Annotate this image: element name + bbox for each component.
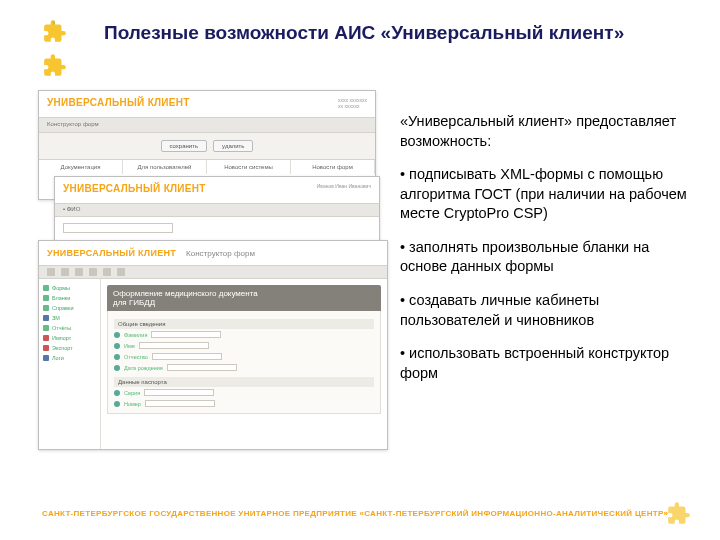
tab[interactable]: Новости форм: [291, 160, 375, 174]
app-brand: УНИВЕРСАЛЬНЫЙ КЛИЕНТ: [47, 97, 190, 111]
subheader: Конструктор форм: [39, 117, 375, 133]
field-body: [55, 217, 379, 239]
sidebar-item[interactable]: Импорт: [43, 333, 96, 343]
form-field[interactable]: Имя: [114, 340, 374, 351]
header-meta: Иванов Иван Иванович: [317, 183, 371, 197]
bullet: • использовать встроенный конструктор фо…: [400, 344, 690, 383]
sidebar-item[interactable]: Отчёты: [43, 323, 96, 333]
lead-text: «Универсальный клиент» предоставляет воз…: [400, 112, 690, 151]
sidebar-item[interactable]: Экспорт: [43, 343, 96, 353]
button-row: сохранить удалить: [39, 133, 375, 159]
puzzle-icon: [42, 18, 68, 44]
sidebar: Формы Бланки Справки ЗМ Отчёты Импорт Эк…: [39, 279, 101, 449]
footer-text: САНКТ-ПЕТЕРБУРГСКОЕ ГОСУДАРСТВЕННОЕ УНИТ…: [42, 509, 668, 518]
form-field[interactable]: Отчество: [114, 351, 374, 362]
puzzle-icon: [666, 500, 692, 526]
sidebar-item[interactable]: Логи: [43, 353, 96, 363]
bullet: • заполнять произвольные бланки на основ…: [400, 238, 690, 277]
field-strip: • ФИО: [55, 203, 379, 217]
panel-title: Оформление медицинского документа для ГИ…: [107, 285, 381, 311]
form-field[interactable]: Дата рождения: [114, 362, 374, 373]
toolbar: [39, 265, 387, 279]
tool-icon[interactable]: [89, 268, 97, 276]
tab[interactable]: Документация: [39, 160, 123, 174]
tool-icon[interactable]: [103, 268, 111, 276]
tab[interactable]: Для пользователей: [123, 160, 207, 174]
tab[interactable]: Новости системы: [207, 160, 291, 174]
text-column: «Универсальный клиент» предоставляет воз…: [400, 112, 690, 397]
form-field[interactable]: Номер: [114, 398, 374, 409]
breadcrumb: Конструктор форм: [186, 249, 255, 258]
app-brand: УНИВЕРСАЛЬНЫЙ КЛИЕНТ: [47, 248, 176, 258]
tab-bar: Документация Для пользователей Новости с…: [39, 159, 375, 174]
form-field[interactable]: Серия: [114, 387, 374, 398]
sidebar-item[interactable]: ЗМ: [43, 313, 96, 323]
screenshot-stack: УНИВЕРСАЛЬНЫЙ КЛИЕНТ xxxx xxxxxxxxx xxxx…: [38, 90, 388, 460]
app-brand: УНИВЕРСАЛЬНЫЙ КЛИЕНТ: [63, 183, 206, 197]
screenshot-3: УНИВЕРСАЛЬНЫЙ КЛИЕНТ Конструктор форм Фо…: [38, 240, 388, 450]
bullet: • создавать личные кабинеты пользователе…: [400, 291, 690, 330]
sidebar-item[interactable]: Бланки: [43, 293, 96, 303]
sidebar-item[interactable]: Формы: [43, 283, 96, 293]
header-meta: xxxx xxxxxxxxx xxxxxx: [338, 97, 367, 111]
section-header: Общие сведения: [114, 319, 374, 329]
save-button[interactable]: сохранить: [161, 140, 208, 152]
tool-icon[interactable]: [61, 268, 69, 276]
tool-icon[interactable]: [75, 268, 83, 276]
sidebar-item[interactable]: Справки: [43, 303, 96, 313]
slide-title: Полезные возможности АИС «Универсальный …: [104, 22, 624, 44]
tool-icon[interactable]: [47, 268, 55, 276]
form-field[interactable]: Фамилия: [114, 329, 374, 340]
puzzle-icon: [42, 52, 68, 78]
section-header: Данные паспорта: [114, 377, 374, 387]
bullet: • подписывать XML-формы с помощью алгори…: [400, 165, 690, 224]
delete-button[interactable]: удалить: [213, 140, 253, 152]
form-panel: Оформление медицинского документа для ГИ…: [101, 279, 387, 449]
tool-icon[interactable]: [117, 268, 125, 276]
